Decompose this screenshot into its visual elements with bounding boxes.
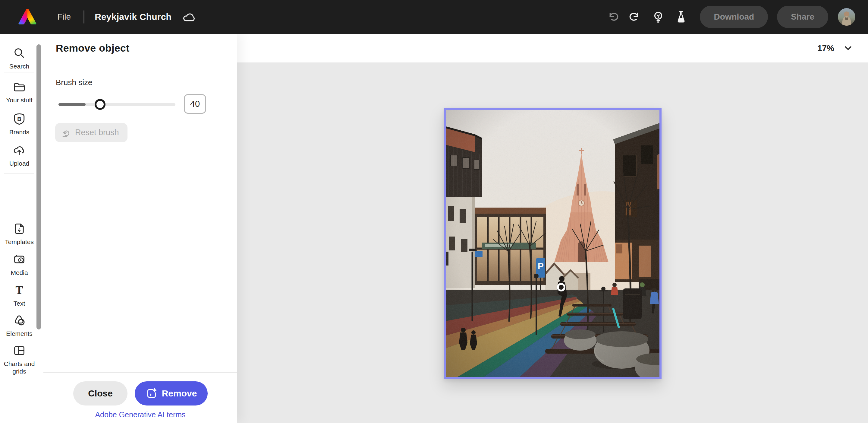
remove-button-label: Remove (162, 388, 197, 399)
sidebar-item-label: Your stuff (1, 96, 38, 104)
search-icon (13, 47, 26, 60)
brush-size-label: Brush size (56, 78, 92, 87)
left-rail: Search Your stuff B Brands Upload (0, 34, 43, 423)
top-bar-right: Download Share (603, 6, 868, 28)
topbar-divider (84, 10, 84, 24)
sidebar-item-label: Charts and grids (1, 360, 38, 375)
sidebar-item-label: Elements (1, 330, 38, 337)
rail-scrollbar[interactable] (36, 44, 41, 330)
rail-divider (4, 72, 34, 73)
sidebar-item-label: Brands (1, 128, 38, 136)
avatar[interactable] (838, 8, 855, 26)
file-menu[interactable]: File (53, 9, 75, 25)
folder-icon (13, 80, 26, 93)
lightbulb-icon[interactable] (649, 7, 668, 27)
sidebar-item-label: Search (1, 62, 38, 70)
charts-grids-icon (13, 344, 26, 357)
reset-brush-label: Reset brush (75, 128, 119, 137)
panel-divider (43, 372, 237, 373)
adobe-express-app: File Reykjavik Church (0, 0, 868, 423)
sidebar-item-label: Text (1, 300, 38, 307)
remove-button[interactable]: Remove (135, 382, 208, 405)
sidebar-item-your-stuff[interactable]: Your stuff (0, 80, 38, 104)
photo-reykjavik-rainbow-street[interactable]: P (446, 110, 659, 377)
svg-text:B: B (17, 116, 22, 122)
panel-title: Remove object (56, 42, 129, 54)
sidebar-item-media[interactable]: Media (0, 253, 38, 276)
sidebar-item-charts-and-grids[interactable]: Charts and grids (0, 344, 38, 375)
templates-icon (13, 222, 26, 235)
upload-cloud-icon (13, 144, 26, 157)
cloud-sync-icon[interactable] (182, 11, 196, 23)
sidebar-item-text[interactable]: T Text (0, 284, 38, 307)
reset-icon (61, 128, 71, 138)
share-button[interactable]: Share (777, 6, 828, 28)
brush-size-slider[interactable] (59, 103, 176, 106)
generative-remove-icon (146, 387, 158, 399)
sidebar-item-templates[interactable]: Templates (0, 222, 38, 246)
sidebar-item-elements[interactable]: Elements (0, 314, 38, 337)
media-icon (13, 253, 26, 266)
download-button[interactable]: Download (700, 6, 768, 28)
undo-icon[interactable] (603, 7, 622, 27)
sidebar-item-label: Templates (1, 238, 38, 246)
adobe-express-logo-icon[interactable] (18, 8, 37, 26)
redo-icon[interactable] (626, 7, 645, 27)
document-title[interactable]: Reykjavik Church (93, 9, 173, 24)
brush-size-value[interactable]: 40 (184, 94, 206, 114)
photo-vignette-overlay (446, 110, 659, 377)
sidebar-item-brands[interactable]: B Brands (0, 112, 38, 136)
close-button[interactable]: Close (73, 382, 127, 405)
zoom-level: 17% (817, 44, 834, 53)
slider-fill (59, 103, 86, 106)
top-bar: File Reykjavik Church (0, 0, 868, 34)
remove-object-panel: Remove object Brush size 40 Reset brush … (43, 34, 237, 423)
rail-divider (4, 173, 34, 173)
sidebar-item-label: Media (1, 269, 38, 276)
slider-thumb[interactable] (95, 99, 105, 110)
zoom-control[interactable]: 17% (817, 34, 853, 62)
beta-flask-icon[interactable] (672, 7, 691, 27)
sidebar-item-search[interactable]: Search (0, 47, 38, 70)
generative-ai-terms-link[interactable]: Adobe Generative AI terms (43, 410, 237, 419)
svg-text:T: T (16, 284, 23, 296)
artboard-selected-image[interactable]: P (444, 108, 661, 379)
reset-brush-button[interactable]: Reset brush (55, 123, 127, 142)
sidebar-item-label: Upload (1, 160, 38, 167)
top-bar-left: File Reykjavik Church (0, 8, 196, 26)
chevron-down-icon (843, 44, 853, 53)
sidebar-item-upload[interactable]: Upload (0, 144, 38, 167)
canvas-toolbar: 17% (237, 34, 868, 62)
brand-shield-icon: B (13, 112, 26, 125)
text-icon: T (13, 284, 26, 297)
elements-icon (13, 314, 26, 327)
